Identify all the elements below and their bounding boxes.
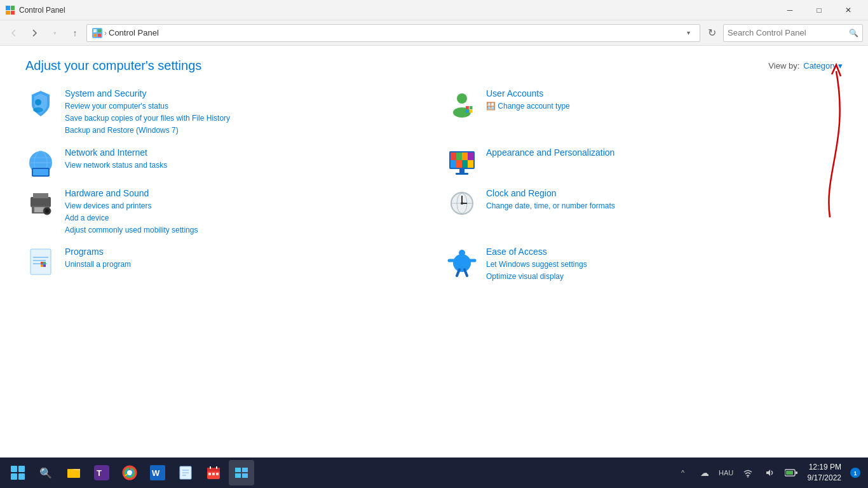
tray-language[interactable]: HAU: [716, 460, 736, 485]
ease-of-access-title[interactable]: Ease of Access: [486, 247, 843, 257]
svg-rect-34: [459, 169, 465, 173]
refresh-button[interactable]: ↻: [703, 24, 721, 42]
user-accounts-link-1[interactable]: 🪟 Change account type: [486, 100, 843, 112]
user-accounts-title[interactable]: User Accounts: [486, 88, 843, 98]
tray-wifi[interactable]: [738, 460, 758, 485]
svg-text:T: T: [97, 468, 102, 478]
category-network: Network and Internet View network status…: [25, 147, 421, 178]
hardware-link-2[interactable]: Add a device: [65, 212, 421, 224]
hardware-link-3[interactable]: Adjust commonly used mobility settings: [65, 224, 421, 236]
taskbar-notepad[interactable]: [173, 460, 198, 485]
tray-battery[interactable]: [781, 460, 801, 485]
teams-icon: T: [94, 465, 109, 480]
svg-rect-64: [67, 469, 80, 478]
address-path: Control Panel: [109, 28, 159, 37]
volume-icon: [764, 468, 775, 478]
tray-chevron[interactable]: ^: [673, 460, 693, 485]
category-appearance: Appearance and Personalization: [447, 147, 843, 178]
svg-point-60: [453, 254, 471, 272]
ease-of-access-link-2[interactable]: Optimize visual display: [486, 271, 843, 283]
file-explorer-icon: [66, 465, 81, 480]
svg-rect-26: [451, 152, 456, 160]
clock-title[interactable]: Clock and Region: [486, 188, 843, 198]
system-security-link-2[interactable]: Save backup copies of your files with Fi…: [65, 112, 421, 125]
view-by-control: View by: Category ▾: [768, 61, 843, 71]
network-title[interactable]: Network and Internet: [65, 147, 421, 158]
svg-rect-56: [44, 262, 46, 264]
win-tile-4: [18, 473, 25, 480]
back-button[interactable]: [5, 24, 23, 42]
hardware-link-1[interactable]: View devices and printers: [65, 200, 421, 212]
maximize-button[interactable]: □: [804, 0, 834, 20]
hardware-title[interactable]: Hardware and Sound: [65, 188, 421, 198]
dropdown-recent-button[interactable]: ▾: [46, 24, 64, 42]
system-security-text: System and Security Review your computer…: [65, 88, 421, 137]
calendar-icon: [206, 465, 221, 480]
taskbar-calendar[interactable]: [201, 460, 226, 485]
tray-icons: ^ ☁ HAU: [673, 460, 801, 485]
search-icon[interactable]: 🔍: [849, 29, 858, 37]
category-user-accounts: User Accounts 🪟 Change account type: [447, 88, 843, 137]
close-button[interactable]: ✕: [834, 0, 863, 20]
system-security-title[interactable]: System and Security: [65, 88, 421, 98]
notification-button[interactable]: 1: [848, 460, 863, 485]
address-dropdown-button[interactable]: ▾: [682, 24, 695, 42]
win-tile-3: [11, 473, 17, 480]
main-wrapper: Adjust your computer's settings View by:…: [0, 46, 868, 458]
svg-point-48: [461, 202, 463, 205]
title-bar-left: Control Panel: [5, 5, 65, 15]
svg-rect-93: [786, 471, 793, 475]
minimize-button[interactable]: ─: [775, 0, 804, 20]
category-hardware: Hardware and Sound View devices and prin…: [25, 188, 421, 237]
search-box[interactable]: 🔍: [723, 24, 863, 42]
window-icon: [5, 5, 15, 15]
svg-rect-27: [456, 152, 462, 160]
forward-button[interactable]: [25, 24, 43, 42]
svg-rect-37: [33, 193, 48, 198]
svg-rect-7: [93, 34, 97, 37]
category-programs: Programs Uninstall a program: [25, 247, 421, 283]
svg-rect-16: [470, 110, 473, 113]
taskbar-teams[interactable]: T: [89, 460, 114, 485]
main-content: Adjust your computer's settings View by:…: [0, 46, 868, 458]
control-panel-taskbar-icon: [235, 468, 248, 478]
search-input[interactable]: [728, 28, 849, 37]
programs-text: Programs Uninstall a program: [65, 247, 421, 271]
taskbar-file-explorer[interactable]: [61, 460, 86, 485]
chrome-icon: [122, 465, 137, 480]
network-icon: [25, 147, 56, 178]
tray-cloud[interactable]: ☁: [695, 460, 715, 485]
taskbar-control-panel[interactable]: [229, 460, 254, 485]
view-by-value[interactable]: Category ▾: [803, 61, 843, 71]
network-link-1[interactable]: View network status and tasks: [65, 159, 421, 172]
svg-rect-2: [6, 11, 10, 15]
system-security-icon: [25, 88, 56, 119]
svg-point-9: [35, 99, 41, 105]
svg-rect-83: [212, 473, 215, 475]
system-security-link-1[interactable]: Review your computer's status: [65, 100, 421, 112]
svg-rect-33: [468, 160, 473, 168]
appearance-text: Appearance and Personalization: [486, 147, 843, 159]
svg-rect-14: [470, 106, 473, 109]
categories-grid: System and Security Review your computer…: [25, 88, 843, 283]
programs-link-1[interactable]: Uninstall a program: [65, 259, 421, 271]
category-ease-of-access: Ease of Access Let Windows suggest setti…: [447, 247, 843, 283]
system-security-link-3[interactable]: Backup and Restore (Windows 7): [65, 125, 421, 137]
win-tile-2: [18, 466, 25, 472]
address-box[interactable]: › Control Panel ▾: [86, 24, 700, 42]
time-display: 12:19 PM: [809, 462, 841, 473]
battery-icon: [785, 469, 797, 477]
tray-volume[interactable]: [759, 460, 780, 485]
appearance-title[interactable]: Appearance and Personalization: [486, 147, 843, 158]
start-button[interactable]: [5, 460, 31, 485]
page-header: Adjust your computer's settings View by:…: [25, 58, 843, 73]
up-button[interactable]: ↑: [66, 24, 84, 42]
ease-of-access-link-1[interactable]: Let Windows suggest settings: [486, 259, 843, 271]
taskbar-chrome[interactable]: [117, 460, 142, 485]
taskbar-word[interactable]: W: [145, 460, 170, 485]
tray-time[interactable]: 12:19 PM 9/17/2022: [804, 458, 845, 488]
clock-link-1[interactable]: Change date, time, or number formats: [486, 200, 843, 212]
taskbar-search-button[interactable]: 🔍: [33, 460, 58, 485]
category-system-security: System and Security Review your computer…: [25, 88, 421, 137]
programs-title[interactable]: Programs: [65, 247, 421, 257]
